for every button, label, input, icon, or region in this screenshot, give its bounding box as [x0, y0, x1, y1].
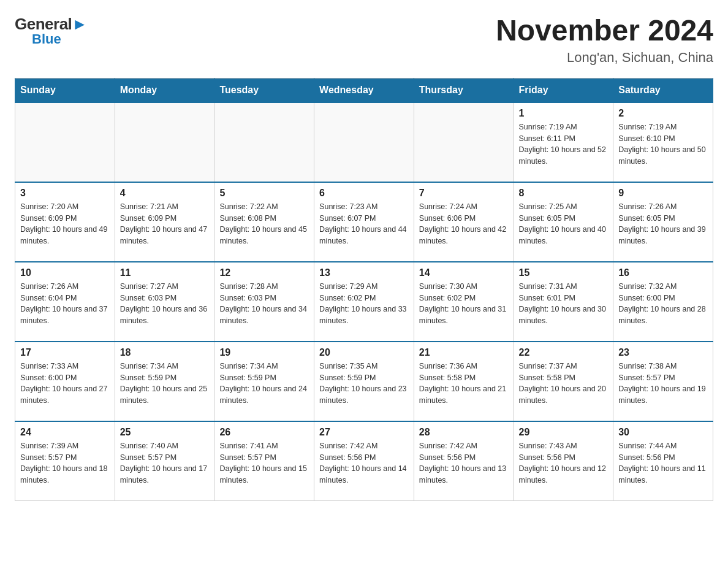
day-info: Sunrise: 7:26 AMSunset: 6:05 PMDaylight:… — [618, 201, 708, 247]
day-header-saturday: Saturday — [613, 78, 713, 102]
calendar-week-4: 17Sunrise: 7:33 AMSunset: 6:00 PMDayligh… — [15, 342, 713, 421]
day-number: 11 — [120, 267, 210, 278]
day-number: 4 — [120, 188, 210, 199]
page-header: General► Blue November 2024 Long'an, Sic… — [15, 15, 713, 66]
day-header-wednesday: Wednesday — [314, 78, 414, 102]
calendar-cell: 1Sunrise: 7:19 AMSunset: 6:11 PMDaylight… — [514, 102, 613, 182]
calendar-week-3: 10Sunrise: 7:26 AMSunset: 6:04 PMDayligh… — [15, 262, 713, 342]
calendar-cell: 26Sunrise: 7:41 AMSunset: 5:57 PMDayligh… — [214, 421, 314, 501]
calendar-week-1: 1Sunrise: 7:19 AMSunset: 6:11 PMDaylight… — [15, 102, 713, 182]
calendar-cell: 12Sunrise: 7:28 AMSunset: 6:03 PMDayligh… — [214, 262, 314, 342]
day-number: 23 — [618, 347, 708, 358]
calendar-cell: 20Sunrise: 7:35 AMSunset: 5:59 PMDayligh… — [314, 342, 414, 421]
day-info: Sunrise: 7:43 AMSunset: 5:56 PMDaylight:… — [519, 440, 609, 486]
day-number: 7 — [419, 188, 509, 199]
day-number: 27 — [319, 427, 409, 438]
day-number: 5 — [219, 188, 309, 199]
calendar-cell — [214, 102, 314, 182]
day-info: Sunrise: 7:35 AMSunset: 5:59 PMDaylight:… — [319, 361, 409, 407]
day-number: 2 — [618, 108, 708, 119]
logo: General► Blue — [15, 15, 88, 47]
calendar-table: SundayMondayTuesdayWednesdayThursdayFrid… — [15, 78, 713, 502]
calendar-cell: 23Sunrise: 7:38 AMSunset: 5:57 PMDayligh… — [613, 342, 713, 421]
day-number: 14 — [419, 267, 509, 278]
day-info: Sunrise: 7:33 AMSunset: 6:00 PMDaylight:… — [20, 361, 110, 407]
calendar-cell: 2Sunrise: 7:19 AMSunset: 6:10 PMDaylight… — [613, 102, 713, 182]
days-of-week-row: SundayMondayTuesdayWednesdayThursdayFrid… — [15, 78, 713, 102]
calendar-cell: 27Sunrise: 7:42 AMSunset: 5:56 PMDayligh… — [314, 421, 414, 501]
calendar-week-2: 3Sunrise: 7:20 AMSunset: 6:09 PMDaylight… — [15, 182, 713, 262]
day-info: Sunrise: 7:22 AMSunset: 6:08 PMDaylight:… — [219, 201, 309, 247]
calendar-cell: 13Sunrise: 7:29 AMSunset: 6:02 PMDayligh… — [314, 262, 414, 342]
day-info: Sunrise: 7:44 AMSunset: 5:56 PMDaylight:… — [618, 440, 708, 486]
calendar-cell: 28Sunrise: 7:42 AMSunset: 5:56 PMDayligh… — [414, 421, 514, 501]
calendar-cell: 21Sunrise: 7:36 AMSunset: 5:58 PMDayligh… — [414, 342, 514, 421]
calendar-cell: 9Sunrise: 7:26 AMSunset: 6:05 PMDaylight… — [613, 182, 713, 262]
calendar-cell: 24Sunrise: 7:39 AMSunset: 5:57 PMDayligh… — [15, 421, 115, 501]
day-header-thursday: Thursday — [414, 78, 514, 102]
calendar-cell: 5Sunrise: 7:22 AMSunset: 6:08 PMDaylight… — [214, 182, 314, 262]
day-number: 15 — [519, 267, 609, 278]
calendar-cell: 18Sunrise: 7:34 AMSunset: 5:59 PMDayligh… — [115, 342, 214, 421]
calendar-cell: 6Sunrise: 7:23 AMSunset: 6:07 PMDaylight… — [314, 182, 414, 262]
day-info: Sunrise: 7:42 AMSunset: 5:56 PMDaylight:… — [319, 440, 409, 486]
title-block: November 2024 Long'an, Sichuan, China — [496, 15, 713, 66]
day-number: 29 — [519, 427, 609, 438]
day-info: Sunrise: 7:28 AMSunset: 6:03 PMDaylight:… — [219, 281, 309, 327]
day-number: 1 — [519, 108, 609, 119]
day-number: 13 — [319, 267, 409, 278]
day-info: Sunrise: 7:39 AMSunset: 5:57 PMDaylight:… — [20, 440, 110, 486]
day-info: Sunrise: 7:26 AMSunset: 6:04 PMDaylight:… — [20, 281, 110, 327]
day-number: 12 — [219, 267, 309, 278]
day-number: 9 — [618, 188, 708, 199]
day-number: 17 — [20, 347, 110, 358]
day-number: 21 — [419, 347, 509, 358]
day-header-friday: Friday — [514, 78, 613, 102]
calendar-cell: 29Sunrise: 7:43 AMSunset: 5:56 PMDayligh… — [514, 421, 613, 501]
day-info: Sunrise: 7:19 AMSunset: 6:11 PMDaylight:… — [519, 121, 609, 167]
day-number: 6 — [319, 188, 409, 199]
calendar-cell: 17Sunrise: 7:33 AMSunset: 6:00 PMDayligh… — [15, 342, 115, 421]
day-info: Sunrise: 7:37 AMSunset: 5:58 PMDaylight:… — [519, 361, 609, 407]
calendar-cell: 14Sunrise: 7:30 AMSunset: 6:02 PMDayligh… — [414, 262, 514, 342]
calendar-cell: 7Sunrise: 7:24 AMSunset: 6:06 PMDaylight… — [414, 182, 514, 262]
day-header-monday: Monday — [115, 78, 214, 102]
day-number: 3 — [20, 188, 110, 199]
calendar-cell: 10Sunrise: 7:26 AMSunset: 6:04 PMDayligh… — [15, 262, 115, 342]
day-info: Sunrise: 7:32 AMSunset: 6:00 PMDaylight:… — [618, 281, 708, 327]
calendar-cell: 19Sunrise: 7:34 AMSunset: 5:59 PMDayligh… — [214, 342, 314, 421]
day-number: 25 — [120, 427, 210, 438]
day-info: Sunrise: 7:25 AMSunset: 6:05 PMDaylight:… — [519, 201, 609, 247]
calendar-cell — [115, 102, 214, 182]
day-number: 16 — [618, 267, 708, 278]
month-year-title: November 2024 — [496, 15, 713, 47]
calendar-header: SundayMondayTuesdayWednesdayThursdayFrid… — [15, 78, 713, 102]
day-info: Sunrise: 7:27 AMSunset: 6:03 PMDaylight:… — [120, 281, 210, 327]
day-info: Sunrise: 7:38 AMSunset: 5:57 PMDaylight:… — [618, 361, 708, 407]
day-info: Sunrise: 7:41 AMSunset: 5:57 PMDaylight:… — [219, 440, 309, 486]
day-info: Sunrise: 7:21 AMSunset: 6:09 PMDaylight:… — [120, 201, 210, 247]
calendar-cell: 8Sunrise: 7:25 AMSunset: 6:05 PMDaylight… — [514, 182, 613, 262]
calendar-cell: 16Sunrise: 7:32 AMSunset: 6:00 PMDayligh… — [613, 262, 713, 342]
calendar-cell — [414, 102, 514, 182]
day-info: Sunrise: 7:42 AMSunset: 5:56 PMDaylight:… — [419, 440, 509, 486]
day-number: 19 — [219, 347, 309, 358]
day-info: Sunrise: 7:34 AMSunset: 5:59 PMDaylight:… — [219, 361, 309, 407]
day-number: 20 — [319, 347, 409, 358]
calendar-week-5: 24Sunrise: 7:39 AMSunset: 5:57 PMDayligh… — [15, 421, 713, 501]
day-number: 30 — [618, 427, 708, 438]
day-info: Sunrise: 7:34 AMSunset: 5:59 PMDaylight:… — [120, 361, 210, 407]
calendar-cell — [314, 102, 414, 182]
day-header-tuesday: Tuesday — [214, 78, 314, 102]
day-info: Sunrise: 7:29 AMSunset: 6:02 PMDaylight:… — [319, 281, 409, 327]
calendar-cell: 25Sunrise: 7:40 AMSunset: 5:57 PMDayligh… — [115, 421, 214, 501]
day-number: 18 — [120, 347, 210, 358]
day-info: Sunrise: 7:40 AMSunset: 5:57 PMDaylight:… — [120, 440, 210, 486]
day-number: 22 — [519, 347, 609, 358]
calendar-cell: 4Sunrise: 7:21 AMSunset: 6:09 PMDaylight… — [115, 182, 214, 262]
calendar-cell: 3Sunrise: 7:20 AMSunset: 6:09 PMDaylight… — [15, 182, 115, 262]
day-info: Sunrise: 7:31 AMSunset: 6:01 PMDaylight:… — [519, 281, 609, 327]
day-header-sunday: Sunday — [15, 78, 115, 102]
day-number: 28 — [419, 427, 509, 438]
day-number: 10 — [20, 267, 110, 278]
